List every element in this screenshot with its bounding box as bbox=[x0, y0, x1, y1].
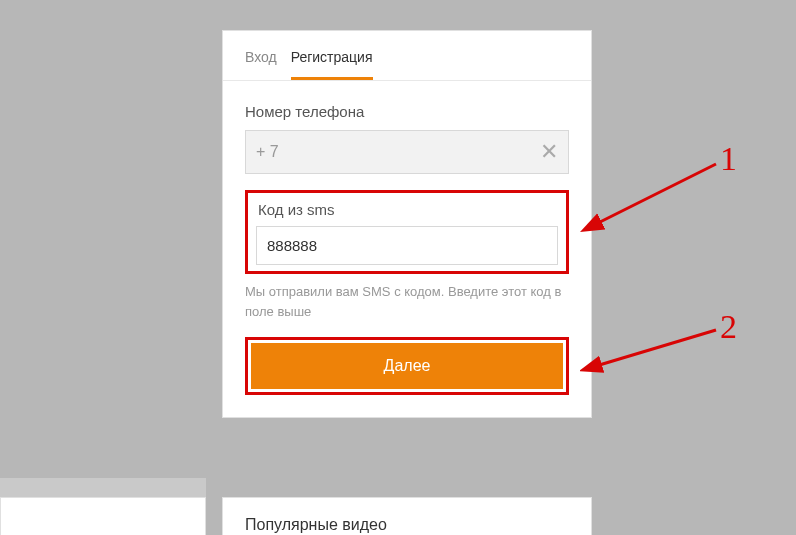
svg-line-0 bbox=[596, 164, 716, 224]
popular-title: Популярные видео bbox=[245, 516, 569, 534]
next-highlight-box: Далее bbox=[245, 337, 569, 395]
next-button[interactable]: Далее bbox=[251, 343, 563, 389]
left-sidebar-card bbox=[0, 497, 206, 535]
phone-label: Номер телефона bbox=[245, 103, 569, 120]
phone-input-row[interactable]: + 7 ✕ bbox=[245, 130, 569, 174]
annotation-arrow-1 bbox=[580, 150, 730, 240]
sms-helper-text: Мы отправили вам SMS с кодом. Введите эт… bbox=[245, 282, 569, 321]
auth-tabs: Вход Регистрация bbox=[223, 31, 591, 81]
annotation-arrow-2 bbox=[580, 320, 730, 380]
clear-icon[interactable]: ✕ bbox=[540, 141, 558, 163]
annotation-label-1: 1 bbox=[720, 140, 737, 178]
registration-card: Вход Регистрация Номер телефона + 7 ✕ Ко… bbox=[222, 30, 592, 418]
phone-prefix: + 7 bbox=[256, 143, 279, 161]
sms-highlight-box: Код из sms bbox=[245, 190, 569, 274]
form-body: Номер телефона + 7 ✕ Код из sms Мы отпра… bbox=[223, 81, 591, 417]
sms-code-input[interactable] bbox=[256, 226, 558, 265]
popular-videos-card: Популярные видео bbox=[222, 497, 592, 535]
tab-login[interactable]: Вход bbox=[245, 49, 277, 80]
tab-register[interactable]: Регистрация bbox=[291, 49, 373, 80]
annotation-label-2: 2 bbox=[720, 308, 737, 346]
svg-line-1 bbox=[596, 330, 716, 366]
sms-label: Код из sms bbox=[256, 201, 558, 218]
